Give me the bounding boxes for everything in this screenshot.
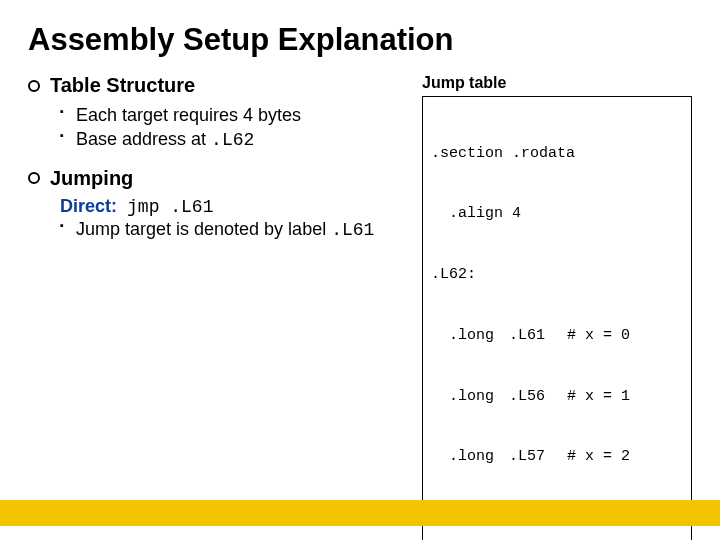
slide-title: Assembly Setup Explanation [28, 22, 692, 58]
jt-row-0: .long.L61# x = 0 [431, 326, 683, 346]
bullet-ring-icon [28, 172, 40, 184]
jt-row-2: .long.L57# x = 2 [431, 447, 683, 467]
jt-line-section: .section .rodata [431, 144, 683, 164]
jt-row-1: .long.L56# x = 1 [431, 387, 683, 407]
bullet-ring-icon [28, 80, 40, 92]
direct-bullet-1: Jump target is denoted by label .L61 [60, 217, 404, 242]
heading-table-structure: Table Structure [50, 74, 195, 97]
section-jumping: Jumping [28, 167, 404, 190]
jt-line-l62: .L62: [431, 265, 683, 285]
ts-bullet-1: Each target requires 4 bytes [60, 103, 404, 127]
heading-jumping: Jumping [50, 167, 133, 190]
ts-bullet-2: Base address at .L62 [60, 127, 404, 152]
direct-line: Direct: jmp .L61 [60, 196, 404, 217]
jump-table-label: Jump table [422, 74, 692, 92]
jt-line-align: .align 4 [431, 204, 683, 224]
section-table-structure: Table Structure [28, 74, 404, 97]
jump-table-box: .section .rodata .align 4 .L62: .long.L6… [422, 96, 692, 540]
footer-bar [0, 500, 720, 526]
